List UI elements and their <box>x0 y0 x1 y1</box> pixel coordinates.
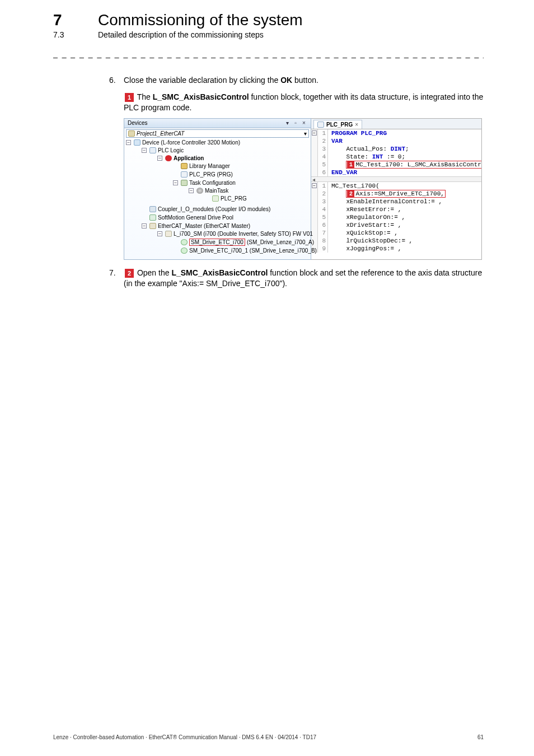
application-icon <box>165 155 172 161</box>
step-6-text: Close the variable declaration by clicki… <box>124 75 484 86</box>
section-title: Detailed description of the commissionin… <box>98 30 264 39</box>
callout-2-icon: 2 <box>347 190 354 198</box>
tree-taskcfg[interactable]: Task Configuration <box>181 180 236 186</box>
device-tree: − Device (L-force Controller 3200 Motion… <box>126 139 309 257</box>
scroll-left-icon[interactable]: ◂ <box>312 176 315 183</box>
tree-taskcall-label: PLC_PRG <box>221 195 247 202</box>
impl-highlight: 2Axis:=SM_Drive_ETC_i700, <box>346 190 445 198</box>
splitter[interactable]: ◂ <box>311 176 481 182</box>
step-6-number: 6. <box>109 75 124 86</box>
tree-taskcall[interactable]: PLC_PRG <box>212 195 247 202</box>
step-6-note-a: The <box>137 92 153 101</box>
fold-icon[interactable]: − <box>312 130 317 136</box>
tree-plcprg-label: PLC_PRG (PRG) <box>189 171 233 178</box>
tree-smpool[interactable]: SoftMotion General Drive Pool <box>149 214 233 221</box>
ok-label: OK <box>280 76 292 85</box>
tree-li700-label: L_i700_SM (i700 (Double Inverter, Safety… <box>174 231 313 237</box>
fold-icon[interactable]: − <box>312 183 317 188</box>
ethercat-icon <box>149 223 156 229</box>
tree-ethmaster[interactable]: EtherCAT_Master (EtherCAT Master) <box>149 223 250 229</box>
project-icon <box>128 130 135 137</box>
tree-toggle[interactable]: − <box>173 180 178 185</box>
tree-application-label: Application <box>174 155 204 161</box>
tree-library[interactable]: Library Manager <box>181 163 230 169</box>
step-6-text-a: Close the variable declaration by clicki… <box>124 76 280 85</box>
prg-icon <box>181 171 188 178</box>
tree-library-label: Library Manager <box>189 163 230 169</box>
tree-application[interactable]: Application <box>165 155 204 161</box>
tree-smpool-label: SoftMotion General Drive Pool <box>158 214 233 221</box>
tree-coupler[interactable]: Coupler_I_O_modules (Coupler I/O modules… <box>149 206 270 212</box>
page-number: 61 <box>477 734 484 740</box>
tree-toggle[interactable]: − <box>189 188 194 193</box>
section-number: 7.3 <box>53 30 98 39</box>
step-7-text: 2 Open the L_SMC_AxisBasicControl functi… <box>124 268 484 290</box>
editor-panel: PLC_PRG × − 123 456 PROGRAM PLC_PRG VAR <box>311 118 482 260</box>
chapter-title: Commissioning of the system <box>98 11 303 29</box>
impl-l7: xQuickStop:= , <box>346 230 397 236</box>
impl-l9: xJoggingPos:= , <box>346 245 401 252</box>
tree-device-label: Device (L-force Controller 3200 Motion) <box>142 139 240 146</box>
tree-plclogic[interactable]: PLC Logic <box>149 147 184 153</box>
tree-toggle[interactable]: − <box>142 148 147 153</box>
taskcfg-icon <box>181 180 188 186</box>
panel-pin-icon[interactable]: ▫ <box>292 120 299 127</box>
drive-icon <box>181 248 188 254</box>
step-6-note-fb: L_SMC_AxisBasicControl <box>153 92 249 101</box>
code-l6: END_VAR <box>331 169 357 176</box>
footer-left: Lenze · Controller-based Automation · Et… <box>53 734 316 740</box>
code-l4: State: INT := 0; <box>346 153 405 160</box>
tree-plcprg[interactable]: PLC_PRG (PRG) <box>181 171 233 178</box>
tab-close-icon[interactable]: × <box>355 122 358 128</box>
impl-l5: xRegulatorOn:= , <box>346 214 405 221</box>
step-7-number: 7. <box>109 268 124 290</box>
tree-drive-a-rest: (SM_Drive_Lenze_i700_A) <box>247 239 314 245</box>
tree-ethmaster-label: EtherCAT_Master (EtherCAT Master) <box>158 223 250 229</box>
step-6-text-b: button. <box>292 76 318 85</box>
taskcall-icon <box>212 195 219 202</box>
tree-taskcfg-label: Task Configuration <box>189 180 236 186</box>
tree-drive-a[interactable]: SM_Drive_ETC_i700 (SM_Drive_Lenze_i700_A… <box>181 239 314 246</box>
tree-toggle[interactable]: − <box>142 223 147 228</box>
tree-toggle[interactable]: − <box>157 231 162 236</box>
coupler-icon <box>149 206 156 212</box>
tree-plclogic-label: PLC Logic <box>158 147 184 153</box>
divider: _ _ _ _ _ _ _ _ _ _ _ _ _ _ _ _ _ _ _ _ … <box>53 49 484 58</box>
project-selector[interactable]: Project1_EtherCAT ▾ <box>126 129 309 138</box>
impl-l1: MC_Test_i700( <box>331 183 380 189</box>
tree-device[interactable]: Device (L-force Controller 3200 Motion) <box>134 139 240 146</box>
impl-l6: xDriveStart:= , <box>346 222 401 228</box>
tree-coupler-label: Coupler_I_O_modules (Coupler I/O modules… <box>158 206 270 212</box>
prg-icon <box>317 122 324 128</box>
tree-maintask[interactable]: MainTask <box>196 188 228 194</box>
gear-icon <box>196 188 203 194</box>
panel-close-icon[interactable]: × <box>301 120 307 127</box>
panel-menu-icon[interactable]: ▾ <box>284 120 291 127</box>
dropdown-icon: ▾ <box>304 130 307 137</box>
ide-screenshot: Devices ▾ ▫ × Project1_EtherCAT ▾ − Devi… <box>124 118 482 260</box>
plclogic-icon <box>149 147 156 153</box>
tree-toggle[interactable]: − <box>126 140 131 145</box>
editor-tab[interactable]: PLC_PRG × <box>313 120 362 129</box>
declaration-editor[interactable]: − 123 456 PROGRAM PLC_PRG VAR Actual_Pos… <box>311 129 481 176</box>
devices-panel: Devices ▾ ▫ × Project1_EtherCAT ▾ − Devi… <box>124 118 311 260</box>
implementation-editor[interactable]: − 123 456 789 MC_Test_i700( 2Axis:=SM_Dr… <box>311 182 481 253</box>
devices-panel-title: Devices <box>128 120 148 126</box>
code-l1: PROGRAM PLC_PRG <box>331 130 387 137</box>
library-icon <box>181 163 188 169</box>
tree-drive-b[interactable]: SM_Drive_ETC_i700_1 (SM_Drive_Lenze_i700… <box>181 248 317 254</box>
tree-toggle[interactable]: − <box>157 156 162 161</box>
chapter-number: 7 <box>53 11 98 29</box>
tree-li700[interactable]: L_i700_SM (i700 (Double Inverter, Safety… <box>165 231 313 237</box>
callout-1-icon: 1 <box>347 161 354 169</box>
tree-drive-b-label: SM_Drive_ETC_i700_1 (SM_Drive_Lenze_i700… <box>189 248 317 254</box>
device-icon <box>134 139 140 146</box>
callout-1-icon: 1 <box>125 93 134 102</box>
code-l5: MC_Test_i700: L_SMC_AxisBasicControl; <box>355 161 481 168</box>
decl-highlight: 1MC_Test_i700: L_SMC_AxisBasicControl; <box>346 161 481 169</box>
impl-l2: Axis:=SM_Drive_ETC_i700, <box>355 190 444 197</box>
tree-drive-a-label: SM_Drive_ETC_i700 <box>189 239 245 246</box>
impl-l3: xEnableInternalControl:= , <box>346 198 442 205</box>
editor-tab-label: PLC_PRG <box>326 122 353 128</box>
inverter-icon <box>165 231 172 237</box>
